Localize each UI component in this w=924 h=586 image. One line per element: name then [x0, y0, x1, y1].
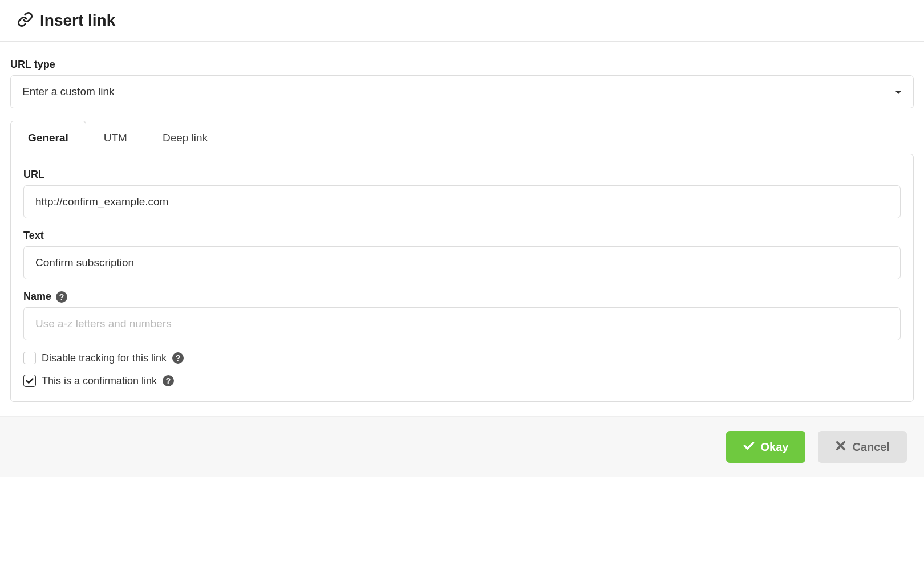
- text-label: Text: [23, 230, 901, 242]
- caret-down-icon: [895, 86, 902, 98]
- tab-content-general: URL Text Name ?: [10, 154, 914, 402]
- dialog-header: Insert link: [0, 0, 924, 42]
- close-icon: [835, 440, 846, 454]
- text-group: Text: [23, 230, 901, 279]
- name-label: Name: [23, 291, 51, 303]
- tab-general[interactable]: General: [10, 121, 86, 154]
- name-input[interactable]: [23, 307, 901, 340]
- name-group: Name ?: [23, 291, 901, 340]
- tabs-container: General UTM Deep link URL Text Name ?: [10, 121, 914, 402]
- help-icon[interactable]: ?: [172, 352, 184, 364]
- url-type-select[interactable]: Enter a custom link: [10, 75, 914, 108]
- help-icon[interactable]: ?: [56, 291, 67, 303]
- confirmation-link-row: This is a confirmation link ?: [23, 375, 901, 387]
- disable-tracking-checkbox[interactable]: [23, 352, 36, 364]
- insert-link-dialog: Insert link URL type Enter a custom link…: [0, 0, 924, 477]
- tab-utm[interactable]: UTM: [86, 121, 145, 154]
- check-icon: [743, 440, 755, 454]
- cancel-label: Cancel: [852, 441, 890, 454]
- link-icon: [17, 11, 33, 30]
- disable-tracking-row: Disable tracking for this link ?: [23, 352, 901, 364]
- confirmation-link-checkbox[interactable]: [23, 375, 36, 387]
- url-group: URL: [23, 169, 901, 218]
- disable-tracking-label[interactable]: Disable tracking for this link: [42, 352, 167, 364]
- cancel-button[interactable]: Cancel: [818, 431, 907, 463]
- url-type-group: URL type Enter a custom link: [10, 59, 914, 108]
- text-input[interactable]: [23, 246, 901, 279]
- dialog-title: Insert link: [40, 11, 115, 30]
- url-label: URL: [23, 169, 901, 181]
- dialog-footer: Okay Cancel: [0, 416, 924, 477]
- confirmation-link-label[interactable]: This is a confirmation link: [42, 375, 157, 387]
- url-type-label: URL type: [10, 59, 914, 71]
- url-type-selected: Enter a custom link: [22, 86, 115, 98]
- okay-label: Okay: [760, 441, 788, 454]
- okay-button[interactable]: Okay: [726, 431, 805, 463]
- tab-deep-link[interactable]: Deep link: [145, 121, 225, 154]
- dialog-body: URL type Enter a custom link General UTM…: [0, 42, 924, 416]
- tabs-nav: General UTM Deep link: [10, 121, 914, 154]
- help-icon[interactable]: ?: [163, 375, 174, 386]
- url-input[interactable]: [23, 185, 901, 218]
